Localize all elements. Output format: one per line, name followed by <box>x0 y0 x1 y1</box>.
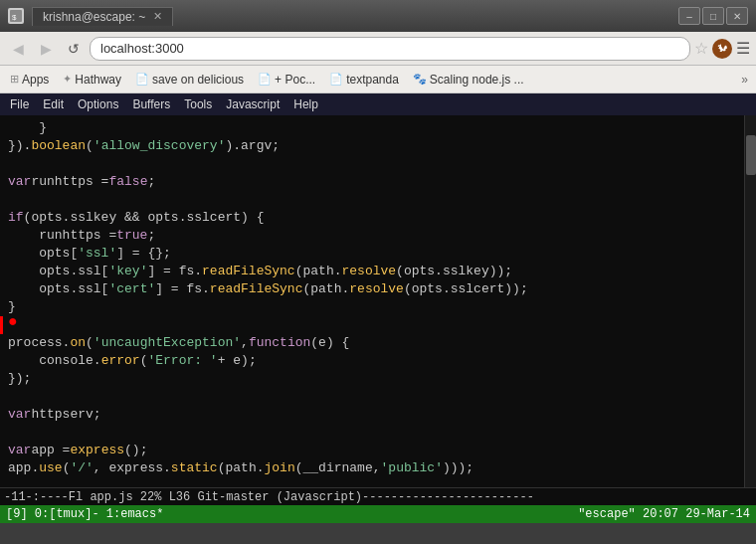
code-editor[interactable]: } }).boolean('allow_discovery').argv; va… <box>0 115 744 487</box>
apps-grid-icon: ⊞ <box>10 73 19 86</box>
menu-edit[interactable]: Edit <box>37 95 70 113</box>
code-line: process.on('uncaughtException', function… <box>0 334 744 352</box>
bookmark-apps-label: Apps <box>22 73 49 87</box>
code-line-error: ● <box>0 316 744 334</box>
code-line: if (opts.sslkey && opts.sslcert) { <box>0 209 744 227</box>
svg-text:$: $ <box>12 13 17 22</box>
tmux-time: "escape" 20:07 29-Mar-14 <box>572 507 756 521</box>
code-line: }); <box>0 370 744 388</box>
menu-file[interactable]: File <box>4 95 35 113</box>
statusbar-text: -11-:----Fl app.js 22% L36 Git-master (J… <box>4 490 752 504</box>
tab-label: krishna@escape: ~ <box>43 10 145 24</box>
code-line: var httpserv; <box>0 406 744 424</box>
bookmark-textpanda[interactable]: 📄 textpanda <box>323 71 405 89</box>
bookmarks-more-btn[interactable]: » <box>737 73 752 87</box>
bookmark-textpanda-label: textpanda <box>346 73 399 87</box>
acorn-icon[interactable]: 🐿 <box>712 39 732 59</box>
code-line: opts['ssl'] = {}; <box>0 245 744 263</box>
code-line <box>0 477 744 487</box>
close-btn[interactable]: ✕ <box>726 7 748 25</box>
tab-close-btn[interactable]: ✕ <box>153 10 162 23</box>
bookmarks-bar: ⊞ Apps ✦ Hathway 📄 save on delicious 📄 +… <box>0 66 756 93</box>
bookmark-scaling[interactable]: 🐾 Scaling node.js ... <box>407 71 530 89</box>
hathway-icon: ✦ <box>63 73 72 86</box>
scrollbar-thumb[interactable] <box>746 135 756 175</box>
star-icon[interactable]: ☆ <box>694 39 708 58</box>
active-tab[interactable]: krishna@escape: ~ ✕ <box>32 7 173 26</box>
code-line: opts.ssl['cert'] = fs.readFileSync(path.… <box>0 280 744 298</box>
bookmark-poc-label: + Poc... <box>275 73 315 87</box>
menu-buffers[interactable]: Buffers <box>126 95 176 113</box>
code-line: var app = express(); <box>0 442 744 459</box>
poc-icon: 📄 <box>258 73 272 86</box>
code-line: runhttps = true; <box>0 227 744 245</box>
bookmark-delicious[interactable]: 📄 save on delicious <box>129 71 250 89</box>
code-line: }).boolean('allow_discovery').argv; <box>0 137 744 155</box>
minimize-btn[interactable]: – <box>678 7 700 25</box>
code-line: var runhttps = false; <box>0 173 744 191</box>
editor-container: } }).boolean('allow_discovery').argv; va… <box>0 115 756 487</box>
code-line: opts.ssl['key'] = fs.readFileSync(path.r… <box>0 263 744 280</box>
bookmark-apps[interactable]: ⊞ Apps <box>4 71 55 89</box>
navbar: ◀ ▶ ↺ ☆ 🐿 ☰ <box>0 32 756 66</box>
tmux-session-info: [9] 0:[tmux]- 1:emacs* <box>0 507 169 521</box>
tab-bar: krishna@escape: ~ ✕ <box>32 7 173 26</box>
scaling-icon: 🐾 <box>413 73 427 86</box>
menu-javascript[interactable]: Javascript <box>220 95 285 113</box>
delicious-icon: 📄 <box>135 73 149 86</box>
bookmark-scaling-label: Scaling node.js ... <box>430 73 524 87</box>
code-line <box>0 388 744 406</box>
code-line: } <box>0 119 744 137</box>
bookmark-hathway[interactable]: ✦ Hathway <box>57 71 127 89</box>
emacs-menubar: File Edit Options Buffers Tools Javascri… <box>0 93 756 115</box>
code-line <box>0 424 744 442</box>
titlebar: $ krishna@escape: ~ ✕ – □ ✕ <box>0 0 756 32</box>
bookmark-hathway-label: Hathway <box>75 73 121 87</box>
code-line: console.error('Error: ' + e); <box>0 352 744 370</box>
url-input[interactable] <box>90 37 690 61</box>
vertical-scrollbar[interactable] <box>744 115 756 487</box>
menu-tools[interactable]: Tools <box>178 95 218 113</box>
maximize-btn[interactable]: □ <box>702 7 724 25</box>
tmux-bottombar: [9] 0:[tmux]- 1:emacs* "escape" 20:07 29… <box>0 505 756 523</box>
code-line: } <box>0 298 744 316</box>
textpanda-icon: 📄 <box>329 73 343 86</box>
bookmark-delicious-label: save on delicious <box>152 73 244 87</box>
code-line <box>0 155 744 173</box>
menu-icon[interactable]: ☰ <box>736 39 750 58</box>
code-line <box>0 191 744 209</box>
terminal-icon: $ <box>8 8 24 24</box>
menu-help[interactable]: Help <box>287 95 324 113</box>
forward-button[interactable]: ▶ <box>34 37 58 61</box>
reload-button[interactable]: ↺ <box>62 37 86 61</box>
bookmark-poc[interactable]: 📄 + Poc... <box>252 71 321 89</box>
code-line: app.use('/', express.static(path.join(__… <box>0 459 744 477</box>
emacs-statusbar: -11-:----Fl app.js 22% L36 Git-master (J… <box>0 487 756 505</box>
menu-options[interactable]: Options <box>72 95 124 113</box>
window-controls: – □ ✕ <box>678 7 748 25</box>
back-button[interactable]: ◀ <box>6 37 30 61</box>
